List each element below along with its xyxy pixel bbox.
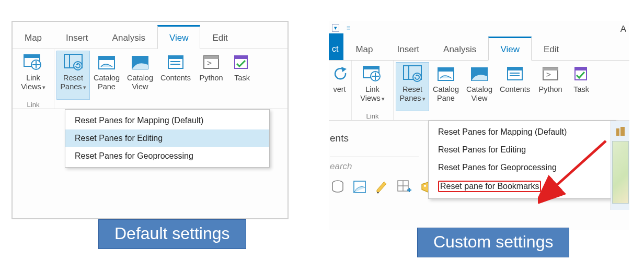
svg-point-53	[424, 185, 426, 187]
tab-insert[interactable]: Insert	[54, 26, 100, 49]
database-icon[interactable]	[331, 180, 344, 194]
svg-rect-42	[575, 67, 586, 70]
left-ribbon: LinkViews▾ Link ResetPanes▾ CatalogPane	[13, 49, 288, 109]
catalog-pane-l2: Pane	[98, 82, 116, 91]
catalog-view-button-r[interactable]: CatalogView	[463, 62, 496, 111]
reset-panes-menu-r: Reset Panes for Mapping (Default) Reset …	[428, 121, 616, 199]
tab-map[interactable]: Map	[13, 26, 54, 49]
svg-marker-21	[341, 67, 347, 72]
link-views-l2: Views	[21, 82, 41, 91]
quick-access-toolbar: ▾ ≡	[332, 24, 351, 32]
tab-view-r[interactable]: View	[488, 37, 532, 61]
building-icon[interactable]	[615, 125, 626, 137]
reset-panes-icon	[402, 64, 423, 83]
highlight-box: Reset pane for Bookmarks	[438, 181, 541, 192]
svg-rect-57	[620, 127, 625, 136]
python-button[interactable]: > Python	[194, 51, 228, 100]
tab-edit-r[interactable]: Edit	[532, 38, 571, 60]
left-panel: Map Insert Analysis View Edit LinkViews▾…	[12, 21, 289, 219]
group-windows-r: ResetPanes▾ CatalogPane CatalogView	[394, 61, 597, 120]
catalog-pane-icon	[435, 64, 456, 83]
tasks-button[interactable]: Task	[228, 51, 256, 100]
caption-custom: Custom settings	[417, 228, 569, 257]
catalog-view-l1: Catalog	[127, 74, 153, 82]
menu-item-mapping[interactable]: Reset Panes for Mapping (Default)	[65, 112, 269, 129]
svg-marker-46	[377, 192, 379, 194]
map-preview	[612, 141, 629, 204]
chevron-down-icon: ▾	[42, 84, 45, 90]
menu-item-editing-r[interactable]: Reset Panes for Editing	[429, 141, 616, 159]
chevron-down-icon: ▾	[422, 96, 426, 102]
convert-l1: vert	[333, 85, 346, 93]
reset-panes-icon	[63, 53, 84, 72]
reset-panes-l2: Panes	[60, 82, 82, 91]
python-button-r[interactable]: > Python	[534, 62, 567, 111]
qat-dropdown-icon[interactable]: ▾	[332, 24, 339, 32]
tasks-button-r[interactable]: Task	[567, 62, 595, 111]
python-icon: >	[201, 53, 222, 72]
contents-toolbar-fragment	[331, 180, 435, 194]
corner-char: A	[620, 24, 626, 34]
chevron-down-icon: ▾	[83, 84, 86, 90]
tab-analysis-r[interactable]: Analysis	[431, 38, 488, 60]
tab-insert-r[interactable]: Insert	[385, 38, 432, 60]
group-caption-link: Link	[27, 100, 40, 109]
link-views-icon	[23, 53, 44, 72]
svg-marker-45	[377, 182, 386, 192]
svg-rect-6	[64, 54, 70, 68]
tasks-icon	[571, 64, 592, 83]
svg-rect-1	[24, 55, 40, 58]
qat-customize-icon[interactable]: ≡	[347, 24, 351, 32]
svg-rect-10	[99, 56, 114, 60]
svg-rect-23	[363, 66, 379, 69]
tab-view[interactable]: View	[157, 25, 201, 49]
svg-text:>: >	[546, 70, 551, 79]
catalog-pane-l1: Catalog	[94, 74, 120, 82]
catalog-pane-button-r[interactable]: CatalogPane	[429, 62, 463, 111]
catalog-pane-icon	[96, 53, 117, 72]
contents-button-r[interactable]: Contents	[496, 62, 534, 111]
catalog-view-icon	[469, 64, 490, 83]
right-ribbon: vert LinkViews▾ Link	[329, 61, 629, 121]
catalog-view-icon	[130, 53, 151, 72]
catalog-view-l2: View	[132, 82, 148, 91]
link-views-button[interactable]: LinkViews▾	[17, 51, 50, 100]
menu-item-editing[interactable]: Reset Panes for Editing	[65, 129, 269, 147]
python-l1: Python	[199, 74, 223, 82]
group-link: LinkViews▾ Link	[13, 49, 54, 109]
reset-panes-l1: Reset	[63, 74, 83, 82]
group-windows: ResetPanes▾ CatalogPane CatalogView	[54, 49, 258, 109]
reset-panes-button-r[interactable]: ResetPanes▾	[396, 62, 429, 111]
svg-rect-56	[616, 128, 619, 136]
tab-map-r[interactable]: Map	[343, 38, 385, 60]
tab-edit[interactable]: Edit	[200, 26, 239, 49]
menu-item-geoprocessing-r[interactable]: Reset Panes for Geoprocessing	[429, 159, 616, 176]
link-views-icon	[362, 64, 383, 83]
catalog-view-button[interactable]: CatalogView	[123, 51, 157, 100]
menu-item-geoprocessing[interactable]: Reset Panes for Geoprocessing	[65, 147, 269, 165]
convert-button[interactable]: vert	[329, 62, 352, 111]
group-convert: vert	[329, 61, 352, 120]
menu-item-bookmarks-r[interactable]: Reset pane for Bookmarks	[429, 176, 616, 196]
contents-icon	[165, 53, 186, 72]
reset-panes-button[interactable]: ResetPanes▾	[56, 51, 90, 100]
group-caption-convert	[339, 111, 341, 120]
right-tabs-row: ct Map Insert Analysis View Edit	[329, 33, 629, 61]
search-field-fragment[interactable]: earch	[330, 157, 419, 175]
link-views-button-r[interactable]: LinkViews▾	[356, 62, 389, 111]
map-icon[interactable]	[353, 180, 366, 194]
group-link-r: LinkViews▾ Link	[352, 61, 394, 120]
contents-button[interactable]: Contents	[157, 51, 194, 100]
convert-icon	[329, 64, 350, 83]
tasks-icon	[232, 53, 252, 72]
contents-l1: Contents	[160, 74, 191, 82]
contextual-tab-fragment[interactable]: ct	[329, 33, 343, 60]
svg-rect-20	[235, 56, 247, 59]
tab-analysis[interactable]: Analysis	[100, 26, 157, 49]
svg-rect-35	[508, 67, 522, 70]
grid-add-icon[interactable]	[397, 180, 411, 194]
pencil-icon[interactable]	[375, 180, 388, 194]
menu-item-mapping-r[interactable]: Reset Panes for Mapping (Default)	[429, 123, 616, 141]
svg-text:>: >	[207, 58, 212, 68]
catalog-pane-button[interactable]: CatalogPane	[90, 51, 123, 100]
